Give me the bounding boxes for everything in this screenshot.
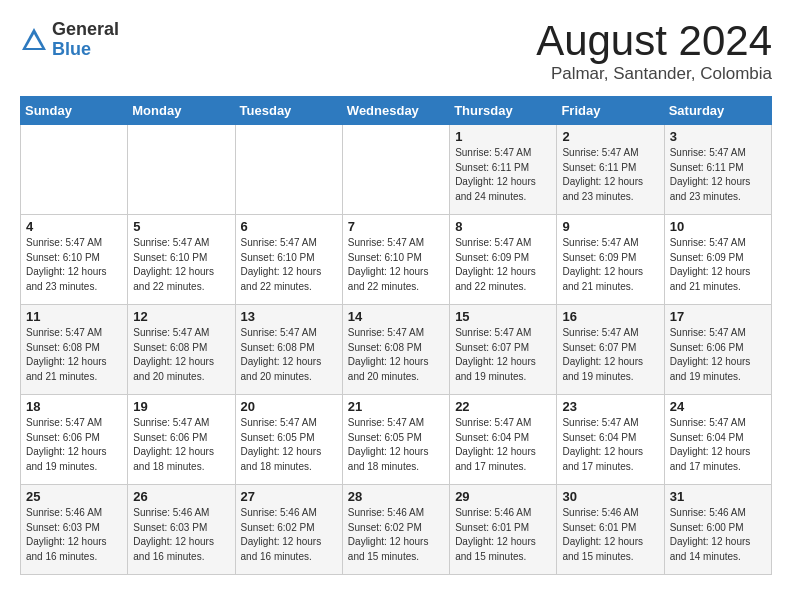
day-info: Sunrise: 5:47 AM Sunset: 6:08 PM Dayligh… [133,326,229,384]
calendar-cell: 5Sunrise: 5:47 AM Sunset: 6:10 PM Daylig… [128,215,235,305]
day-info: Sunrise: 5:47 AM Sunset: 6:08 PM Dayligh… [26,326,122,384]
day-info: Sunrise: 5:47 AM Sunset: 6:08 PM Dayligh… [241,326,337,384]
calendar-cell: 21Sunrise: 5:47 AM Sunset: 6:05 PM Dayli… [342,395,449,485]
day-info: Sunrise: 5:47 AM Sunset: 6:09 PM Dayligh… [562,236,658,294]
day-number: 5 [133,219,229,234]
day-info: Sunrise: 5:47 AM Sunset: 6:11 PM Dayligh… [670,146,766,204]
calendar-cell: 15Sunrise: 5:47 AM Sunset: 6:07 PM Dayli… [450,305,557,395]
calendar-cell: 8Sunrise: 5:47 AM Sunset: 6:09 PM Daylig… [450,215,557,305]
day-info: Sunrise: 5:47 AM Sunset: 6:05 PM Dayligh… [241,416,337,474]
day-info: Sunrise: 5:46 AM Sunset: 6:03 PM Dayligh… [133,506,229,564]
day-number: 4 [26,219,122,234]
calendar-cell: 30Sunrise: 5:46 AM Sunset: 6:01 PM Dayli… [557,485,664,575]
day-info: Sunrise: 5:47 AM Sunset: 6:06 PM Dayligh… [670,326,766,384]
day-number: 29 [455,489,551,504]
day-info: Sunrise: 5:46 AM Sunset: 6:02 PM Dayligh… [348,506,444,564]
calendar-cell: 14Sunrise: 5:47 AM Sunset: 6:08 PM Dayli… [342,305,449,395]
logo-blue-text: Blue [52,40,119,60]
day-number: 2 [562,129,658,144]
day-number: 12 [133,309,229,324]
day-info: Sunrise: 5:47 AM Sunset: 6:07 PM Dayligh… [562,326,658,384]
calendar-cell [342,125,449,215]
day-info: Sunrise: 5:47 AM Sunset: 6:10 PM Dayligh… [133,236,229,294]
day-info: Sunrise: 5:47 AM Sunset: 6:05 PM Dayligh… [348,416,444,474]
calendar-week-1: 1Sunrise: 5:47 AM Sunset: 6:11 PM Daylig… [21,125,772,215]
col-header-wednesday: Wednesday [342,97,449,125]
day-number: 11 [26,309,122,324]
calendar-cell: 9Sunrise: 5:47 AM Sunset: 6:09 PM Daylig… [557,215,664,305]
day-info: Sunrise: 5:47 AM Sunset: 6:10 PM Dayligh… [26,236,122,294]
day-number: 31 [670,489,766,504]
calendar-cell: 31Sunrise: 5:46 AM Sunset: 6:00 PM Dayli… [664,485,771,575]
day-number: 8 [455,219,551,234]
calendar-header-row: SundayMondayTuesdayWednesdayThursdayFrid… [21,97,772,125]
day-number: 18 [26,399,122,414]
calendar-cell: 10Sunrise: 5:47 AM Sunset: 6:09 PM Dayli… [664,215,771,305]
col-header-thursday: Thursday [450,97,557,125]
day-number: 22 [455,399,551,414]
day-info: Sunrise: 5:47 AM Sunset: 6:08 PM Dayligh… [348,326,444,384]
day-number: 14 [348,309,444,324]
day-number: 9 [562,219,658,234]
calendar-cell: 29Sunrise: 5:46 AM Sunset: 6:01 PM Dayli… [450,485,557,575]
day-number: 30 [562,489,658,504]
day-info: Sunrise: 5:47 AM Sunset: 6:04 PM Dayligh… [670,416,766,474]
calendar-cell: 1Sunrise: 5:47 AM Sunset: 6:11 PM Daylig… [450,125,557,215]
day-number: 13 [241,309,337,324]
day-number: 3 [670,129,766,144]
calendar-week-3: 11Sunrise: 5:47 AM Sunset: 6:08 PM Dayli… [21,305,772,395]
calendar-cell: 4Sunrise: 5:47 AM Sunset: 6:10 PM Daylig… [21,215,128,305]
day-info: Sunrise: 5:47 AM Sunset: 6:10 PM Dayligh… [241,236,337,294]
day-number: 21 [348,399,444,414]
day-number: 1 [455,129,551,144]
calendar-cell: 6Sunrise: 5:47 AM Sunset: 6:10 PM Daylig… [235,215,342,305]
day-number: 24 [670,399,766,414]
calendar-cell: 18Sunrise: 5:47 AM Sunset: 6:06 PM Dayli… [21,395,128,485]
col-header-friday: Friday [557,97,664,125]
calendar-cell: 3Sunrise: 5:47 AM Sunset: 6:11 PM Daylig… [664,125,771,215]
day-info: Sunrise: 5:47 AM Sunset: 6:04 PM Dayligh… [562,416,658,474]
day-info: Sunrise: 5:47 AM Sunset: 6:10 PM Dayligh… [348,236,444,294]
calendar-cell: 23Sunrise: 5:47 AM Sunset: 6:04 PM Dayli… [557,395,664,485]
logo-text: General Blue [52,20,119,60]
day-number: 7 [348,219,444,234]
calendar-week-4: 18Sunrise: 5:47 AM Sunset: 6:06 PM Dayli… [21,395,772,485]
day-info: Sunrise: 5:47 AM Sunset: 6:06 PM Dayligh… [133,416,229,474]
calendar-cell: 19Sunrise: 5:47 AM Sunset: 6:06 PM Dayli… [128,395,235,485]
calendar-cell: 22Sunrise: 5:47 AM Sunset: 6:04 PM Dayli… [450,395,557,485]
logo-icon [20,26,48,54]
day-info: Sunrise: 5:46 AM Sunset: 6:01 PM Dayligh… [562,506,658,564]
day-number: 10 [670,219,766,234]
day-info: Sunrise: 5:46 AM Sunset: 6:00 PM Dayligh… [670,506,766,564]
day-number: 15 [455,309,551,324]
title-area: August 2024 Palmar, Santander, Colombia [536,20,772,84]
day-number: 16 [562,309,658,324]
calendar-cell: 28Sunrise: 5:46 AM Sunset: 6:02 PM Dayli… [342,485,449,575]
day-info: Sunrise: 5:47 AM Sunset: 6:11 PM Dayligh… [455,146,551,204]
calendar-cell [21,125,128,215]
calendar-cell: 2Sunrise: 5:47 AM Sunset: 6:11 PM Daylig… [557,125,664,215]
logo: General Blue [20,20,119,60]
day-info: Sunrise: 5:47 AM Sunset: 6:07 PM Dayligh… [455,326,551,384]
day-info: Sunrise: 5:47 AM Sunset: 6:11 PM Dayligh… [562,146,658,204]
day-number: 28 [348,489,444,504]
col-header-saturday: Saturday [664,97,771,125]
calendar-cell: 7Sunrise: 5:47 AM Sunset: 6:10 PM Daylig… [342,215,449,305]
calendar-cell: 20Sunrise: 5:47 AM Sunset: 6:05 PM Dayli… [235,395,342,485]
location-title: Palmar, Santander, Colombia [536,64,772,84]
day-info: Sunrise: 5:47 AM Sunset: 6:09 PM Dayligh… [455,236,551,294]
calendar-cell: 12Sunrise: 5:47 AM Sunset: 6:08 PM Dayli… [128,305,235,395]
calendar-cell: 25Sunrise: 5:46 AM Sunset: 6:03 PM Dayli… [21,485,128,575]
day-number: 25 [26,489,122,504]
calendar-cell: 27Sunrise: 5:46 AM Sunset: 6:02 PM Dayli… [235,485,342,575]
day-info: Sunrise: 5:47 AM Sunset: 6:09 PM Dayligh… [670,236,766,294]
calendar-cell: 17Sunrise: 5:47 AM Sunset: 6:06 PM Dayli… [664,305,771,395]
day-number: 26 [133,489,229,504]
day-info: Sunrise: 5:46 AM Sunset: 6:02 PM Dayligh… [241,506,337,564]
calendar-table: SundayMondayTuesdayWednesdayThursdayFrid… [20,96,772,575]
col-header-sunday: Sunday [21,97,128,125]
day-number: 19 [133,399,229,414]
day-number: 23 [562,399,658,414]
day-number: 6 [241,219,337,234]
day-info: Sunrise: 5:47 AM Sunset: 6:06 PM Dayligh… [26,416,122,474]
